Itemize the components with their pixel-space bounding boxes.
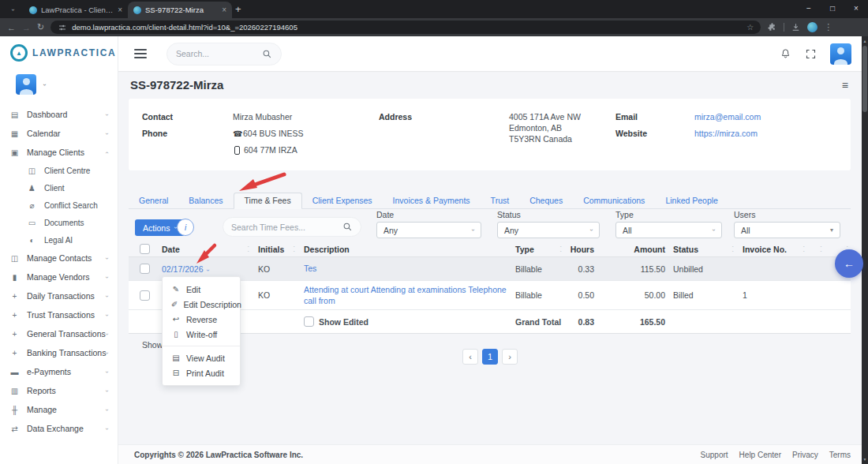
previous-page-button[interactable]: ‹ (462, 349, 478, 365)
users-filter-select[interactable]: All▾ (734, 222, 840, 238)
row-checkbox[interactable] (140, 290, 150, 301)
menu-item[interactable]: ✎ Edit (163, 282, 240, 297)
sidebar-toggle-icon[interactable] (134, 49, 147, 58)
column-header-status[interactable]: Status (673, 245, 698, 254)
maximize-button[interactable]: □ (821, 0, 844, 16)
sidebar-user[interactable]: › (0, 62, 118, 95)
tab-trust[interactable]: Trust (481, 193, 520, 208)
bookmark-star-icon[interactable]: ☆ (746, 23, 754, 32)
user-avatar[interactable] (830, 43, 851, 65)
tab-linked-people[interactable]: Linked People (655, 193, 728, 208)
address-bar[interactable]: demo.lawpractica.com/client-detail.html?… (51, 21, 761, 34)
description-link[interactable]: Tes (304, 264, 316, 273)
select-all-checkbox[interactable] (140, 244, 150, 254)
date-filter-select[interactable]: Any› (376, 222, 481, 238)
brand[interactable]: ▲ LAWPRACTICA (0, 36, 118, 62)
sidebar-item[interactable]: ▥ Reports › (0, 381, 118, 400)
sidebar-item[interactable]: ▮ Manage Vendors › (0, 268, 118, 286)
time-fees-search[interactable] (223, 217, 361, 237)
sidebar-item[interactable]: ╫ Manage › (0, 400, 118, 419)
page-number-button[interactable]: 1 (482, 349, 498, 365)
menu-item[interactable]: ▯ Write-off (163, 327, 240, 342)
info-button[interactable]: i (177, 219, 194, 236)
scroll-up-icon[interactable]: ▲ (862, 37, 868, 45)
page-scrollbar[interactable]: ▲ ▼ (862, 36, 868, 464)
site-info-icon[interactable] (58, 23, 67, 32)
lawpractica-extension-icon[interactable] (807, 22, 817, 32)
time-fees-search-input[interactable] (231, 223, 342, 232)
browser-tab-active[interactable]: SS-978722-Mirza × (128, 2, 232, 18)
extensions-icon[interactable] (767, 22, 777, 32)
footer-link-help-center[interactable]: Help Center (739, 451, 781, 459)
close-button[interactable]: × (844, 0, 868, 16)
scrollbar-thumb[interactable] (862, 46, 867, 112)
reload-icon[interactable]: ↻ (37, 22, 44, 32)
menu-item[interactable]: ↩ Reverse (163, 312, 240, 327)
description-link[interactable]: Attending at court Attending at examinat… (304, 285, 507, 305)
footer-link-terms[interactable]: Terms (829, 451, 851, 459)
notifications-bell-icon[interactable] (780, 48, 791, 60)
new-tab-button[interactable]: + (235, 3, 241, 15)
column-header-date[interactable]: Date (162, 245, 180, 254)
sidebar-item[interactable]: ▬ e-Payments › (0, 362, 118, 381)
next-page-button[interactable]: › (502, 349, 518, 365)
user-avatar[interactable] (16, 74, 36, 95)
tab-search-chevron-icon[interactable]: › (6, 3, 19, 16)
column-header-initials[interactable]: Initials (258, 245, 284, 254)
email-link[interactable]: mirza@email.com (694, 112, 761, 122)
sidebar-item[interactable]: ◫ Client Centre (0, 162, 118, 179)
column-header-amount[interactable]: Amount (634, 245, 665, 254)
sidebar-item[interactable]: ▭ Documents (0, 214, 118, 231)
tab-close-icon[interactable]: × (222, 6, 226, 14)
chevron-down-icon[interactable]: › (41, 84, 48, 86)
tab-communications[interactable]: Communications (573, 193, 655, 208)
download-icon[interactable] (791, 22, 801, 32)
forward-icon[interactable]: → (22, 23, 31, 32)
sidebar-item[interactable]: + General Transactions › (0, 324, 118, 343)
sidebar-item[interactable]: ⌀ Conflict Search (0, 196, 118, 214)
tab-balances[interactable]: Balances (178, 193, 233, 208)
sidebar-item[interactable]: ♟ Client (0, 179, 118, 196)
scroll-down-icon[interactable]: ▼ (862, 455, 868, 463)
sidebar-item[interactable]: ◫ Manage Contacts › (0, 249, 118, 268)
sidebar-item[interactable]: ◐ Legal AI (0, 231, 118, 249)
browser-menu-icon[interactable]: ⋮ (824, 22, 832, 32)
column-header-type[interactable]: Type (515, 245, 534, 254)
back-icon[interactable]: ← (7, 23, 16, 32)
collapse-panel-fab[interactable]: ← (835, 249, 863, 278)
row-checkbox[interactable] (140, 264, 150, 274)
minimize-button[interactable]: − (797, 0, 821, 16)
footer-link-support[interactable]: Support (701, 451, 728, 459)
page-menu-icon[interactable]: ≡ (842, 79, 848, 92)
fullscreen-icon[interactable] (805, 48, 817, 60)
sidebar-item[interactable]: + Banking Transactions › (0, 343, 118, 362)
menu-item[interactable]: ✐ Edit Description (163, 297, 240, 312)
sidebar-item[interactable]: ▣ Manage Clients › (0, 143, 118, 162)
menu-item[interactable]: ⊟ Print Audit (163, 365, 240, 380)
sidebar-item[interactable]: + Daily Transactions › (0, 286, 118, 305)
browser-tab[interactable]: LawPractica - Client Centre × (24, 2, 128, 18)
chevron-down-icon[interactable]: › (204, 269, 211, 271)
sidebar-item[interactable]: ▤ Dashboard › (0, 105, 118, 124)
tab-general[interactable]: General (129, 193, 178, 208)
tab-time-fees[interactable]: Time & Fees (234, 193, 302, 209)
global-search-input[interactable] (176, 49, 262, 58)
sidebar-item[interactable]: ⇄ Data Exchange › (0, 419, 118, 438)
sidebar-item[interactable]: ▦ Calendar › (0, 124, 118, 143)
sidebar-item[interactable]: + Trust Transactions › (0, 305, 118, 324)
show-edited-checkbox[interactable] (304, 316, 314, 327)
column-header-invoice[interactable]: Invoice No. (743, 245, 787, 254)
sort-icon[interactable]: ⁚ (820, 245, 825, 253)
menu-item[interactable]: ▤ View Audit (163, 350, 240, 365)
tab-client-expenses[interactable]: Client Expenses (302, 193, 383, 208)
status-filter-select[interactable]: Any› (497, 222, 600, 238)
type-filter-select[interactable]: All› (615, 222, 722, 238)
website-link[interactable]: https://mirza.com (694, 129, 758, 138)
column-header-description[interactable]: Description (304, 245, 350, 254)
column-header-hours[interactable]: Hours (571, 245, 594, 254)
global-search[interactable] (166, 43, 282, 65)
tab-invoices-payments[interactable]: Invoices & Payments (383, 193, 481, 208)
tab-close-icon[interactable]: × (118, 6, 122, 14)
tab-cheques[interactable]: Cheques (519, 193, 573, 208)
footer-link-privacy[interactable]: Privacy (792, 451, 818, 459)
